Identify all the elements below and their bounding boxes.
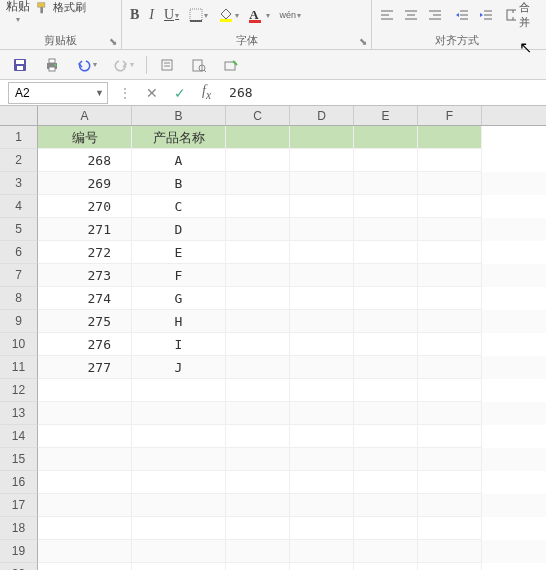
cell[interactable] [38, 563, 132, 570]
cell[interactable]: B [132, 172, 226, 195]
paste-button[interactable]: 粘贴 ▾ [4, 0, 36, 24]
cell[interactable] [290, 563, 354, 570]
cell[interactable] [132, 494, 226, 517]
cell[interactable] [354, 471, 418, 494]
cell[interactable]: I [132, 333, 226, 356]
row-header[interactable]: 13 [0, 402, 38, 425]
cell[interactable] [132, 379, 226, 402]
cell[interactable] [290, 517, 354, 540]
cell[interactable]: C [132, 195, 226, 218]
row-header[interactable]: 2 [0, 149, 38, 172]
row-header[interactable]: 16 [0, 471, 38, 494]
cell[interactable] [418, 149, 482, 172]
align-center-button[interactable] [400, 5, 422, 25]
merge-cells-button[interactable]: 合并 [502, 5, 538, 25]
print-button[interactable] [40, 55, 64, 75]
cell[interactable] [38, 494, 132, 517]
row-header[interactable]: 18 [0, 517, 38, 540]
cell[interactable]: 274 [38, 287, 132, 310]
cell[interactable] [354, 402, 418, 425]
row-header[interactable]: 20 [0, 563, 38, 570]
cell[interactable] [354, 379, 418, 402]
select-all-corner[interactable] [0, 106, 38, 125]
cell[interactable] [38, 517, 132, 540]
cell[interactable] [290, 310, 354, 333]
cell[interactable] [354, 333, 418, 356]
cell[interactable] [226, 218, 290, 241]
cell[interactable] [290, 356, 354, 379]
cell[interactable] [38, 379, 132, 402]
cell[interactable]: E [132, 241, 226, 264]
cell[interactable] [354, 517, 418, 540]
column-header-B[interactable]: B [132, 106, 226, 125]
cell[interactable]: 276 [38, 333, 132, 356]
undo-button[interactable]: ▾ [72, 55, 101, 75]
increase-indent-button[interactable] [475, 5, 497, 25]
cell[interactable] [38, 402, 132, 425]
cell[interactable] [290, 241, 354, 264]
chevron-down-icon[interactable]: ▼ [95, 88, 104, 98]
cell[interactable] [290, 379, 354, 402]
cell[interactable] [354, 172, 418, 195]
cell[interactable] [418, 448, 482, 471]
cell[interactable] [226, 310, 290, 333]
cell[interactable] [354, 264, 418, 287]
cell[interactable]: 272 [38, 241, 132, 264]
cell[interactable]: 产品名称 [132, 126, 226, 149]
cell[interactable] [418, 241, 482, 264]
name-box[interactable]: A2 ▼ [8, 82, 108, 104]
cell[interactable] [226, 448, 290, 471]
row-header[interactable]: 6 [0, 241, 38, 264]
dialog-launcher-icon[interactable]: ⬊ [359, 36, 367, 47]
accept-formula-button[interactable]: ✓ [166, 85, 194, 101]
formula-input[interactable]: 268 [219, 85, 546, 100]
row-header[interactable]: 9 [0, 310, 38, 333]
cell[interactable] [290, 448, 354, 471]
cell[interactable] [418, 264, 482, 287]
cell[interactable] [38, 471, 132, 494]
fx-button[interactable]: fx [194, 83, 219, 102]
row-header[interactable]: 10 [0, 333, 38, 356]
row-header[interactable]: 4 [0, 195, 38, 218]
cell[interactable] [226, 126, 290, 149]
cell[interactable] [354, 540, 418, 563]
cell[interactable] [226, 425, 290, 448]
cell[interactable] [226, 517, 290, 540]
cell[interactable] [132, 471, 226, 494]
row-header[interactable]: 14 [0, 425, 38, 448]
cell[interactable] [226, 494, 290, 517]
row-header[interactable]: 8 [0, 287, 38, 310]
cell[interactable] [226, 241, 290, 264]
font-color-button[interactable]: A ▾ [245, 5, 273, 25]
cell[interactable] [354, 218, 418, 241]
row-header[interactable]: 5 [0, 218, 38, 241]
cell[interactable] [132, 540, 226, 563]
underline-button[interactable]: U ▾ [160, 5, 183, 25]
qat-button-3[interactable] [219, 55, 243, 75]
format-painter-button[interactable]: 格式刷 [36, 0, 86, 15]
cell[interactable] [418, 310, 482, 333]
cell[interactable] [132, 517, 226, 540]
cell[interactable] [132, 448, 226, 471]
cell[interactable] [38, 425, 132, 448]
cell[interactable] [354, 310, 418, 333]
cell[interactable] [290, 218, 354, 241]
cell[interactable] [418, 494, 482, 517]
column-header-C[interactable]: C [226, 106, 290, 125]
cell[interactable] [226, 563, 290, 570]
cell[interactable] [290, 126, 354, 149]
cell[interactable] [226, 172, 290, 195]
italic-button[interactable]: I [145, 5, 158, 25]
borders-button[interactable]: ▾ [185, 5, 212, 25]
cell[interactable] [354, 356, 418, 379]
cell[interactable] [354, 448, 418, 471]
column-header-A[interactable]: A [38, 106, 132, 125]
cell[interactable] [290, 287, 354, 310]
column-header-E[interactable]: E [354, 106, 418, 125]
cell[interactable]: J [132, 356, 226, 379]
cell[interactable] [418, 379, 482, 402]
cell[interactable]: 273 [38, 264, 132, 287]
cell[interactable]: F [132, 264, 226, 287]
row-header[interactable]: 17 [0, 494, 38, 517]
row-header[interactable]: 15 [0, 448, 38, 471]
